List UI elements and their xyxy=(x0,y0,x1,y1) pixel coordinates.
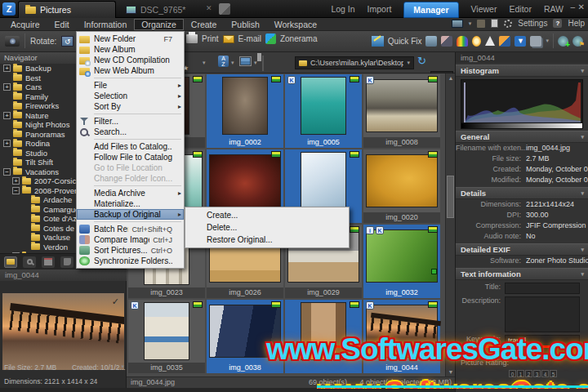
menu-item-synchronize-folders[interactable]: Synchronize Folders... xyxy=(77,256,184,266)
sort-az-icon[interactable]: AZ xyxy=(218,56,229,67)
submenu-item-restore-original[interactable]: Restore Original... xyxy=(185,234,349,246)
menu-item-new-cd-compilation[interactable]: New CD Compilation xyxy=(77,55,184,65)
page-icon[interactable] xyxy=(491,19,498,28)
thumbnail-img_0002[interactable]: img_0002 xyxy=(207,74,283,148)
chevron-down-icon[interactable]: ▾ xyxy=(254,60,257,66)
adjust-image-icon[interactable] xyxy=(499,36,510,47)
menu-item-compare-images[interactable]: Compare Images...Ctrl+J xyxy=(77,234,184,245)
tab-dsc-9765[interactable]: DSC_9765* xyxy=(119,1,219,18)
preview-image[interactable]: ✓ xyxy=(2,293,124,370)
menu-item-add-files-to-catalog[interactable]: Add Files to Catalog... xyxy=(77,141,184,152)
menu-item-sort-by[interactable]: Sort By▸ xyxy=(77,101,184,112)
mode-import[interactable]: Import xyxy=(368,4,392,14)
view-grid-icon[interactable] xyxy=(239,56,252,66)
email-icon[interactable] xyxy=(223,35,234,43)
submenu-item-delete[interactable]: Delete... xyxy=(185,221,349,234)
section-header-detailed-exif[interactable]: Detailed EXIF▾ xyxy=(456,243,588,256)
menu-create[interactable]: Create xyxy=(184,19,225,30)
thumbnail-img_0032[interactable]: iKimg_0032 xyxy=(363,225,440,298)
menu-organize[interactable]: Organize xyxy=(134,19,184,30)
menu-item-search[interactable]: Search... xyxy=(77,127,184,137)
thumbnail-img_0035[interactable]: Kimg_0035 xyxy=(128,300,205,373)
menu-item-batch-rename[interactable]: Batch Rename...Ctrl+Shift+Q xyxy=(77,224,184,234)
menu-item-materialize[interactable]: Materialize... xyxy=(77,198,184,209)
tab-pictures[interactable]: Pictures xyxy=(18,1,116,18)
chevron-down-icon[interactable]: ▾ xyxy=(546,38,549,44)
menu-item-new-folder[interactable]: New FolderF7 xyxy=(77,33,184,44)
print-button[interactable]: Print xyxy=(202,34,219,43)
gps-flag-icon[interactable] xyxy=(572,36,583,47)
thumbnail-img_0020[interactable]: img_0020 xyxy=(363,149,440,223)
menu-information[interactable]: Information xyxy=(77,19,135,30)
description-field[interactable] xyxy=(505,296,580,332)
chevron-down-icon[interactable]: ▾ xyxy=(203,60,206,66)
mode-viewer[interactable]: Viewer xyxy=(471,4,497,14)
section-header-details[interactable]: Details▾ xyxy=(456,187,588,199)
refresh-icon[interactable]: ↻ xyxy=(417,56,426,67)
bulb-lights-icon[interactable] xyxy=(472,36,481,47)
menu-item-file[interactable]: File▸ xyxy=(77,80,184,91)
gear-icon[interactable] xyxy=(504,20,512,28)
keywords-tab-icon[interactable] xyxy=(60,256,74,268)
menu-item-follow-file-to-catalog[interactable]: Follow File to Catalog xyxy=(77,152,184,163)
title-field[interactable] xyxy=(505,283,580,294)
help-button[interactable]: Help xyxy=(568,19,585,28)
gps-add-icon[interactable] xyxy=(558,36,568,47)
print-icon[interactable] xyxy=(186,34,198,43)
menu-item-new-web-album[interactable]: New Web Album xyxy=(77,65,184,76)
scrollbar-thumb[interactable] xyxy=(447,176,454,218)
sharpen-triangle-icon[interactable] xyxy=(485,36,495,46)
new-tab-icon[interactable] xyxy=(219,3,230,15)
quick-fix-icon[interactable] xyxy=(372,36,384,47)
mode-log-in[interactable]: Log In xyxy=(331,4,354,14)
folders-tab-icon[interactable] xyxy=(4,256,17,268)
zonerama-icon[interactable] xyxy=(265,33,276,44)
menu-edit[interactable]: Edit xyxy=(47,19,77,30)
menu-workspace[interactable]: Workspace xyxy=(267,19,324,30)
submenu-item-create[interactable]: Create... xyxy=(185,209,349,221)
thumbnail-img_0008[interactable]: Kimg_0008 xyxy=(363,74,440,148)
menu-item-media-archive[interactable]: Media Archive▸ xyxy=(77,188,184,198)
tag-icon[interactable] xyxy=(477,20,485,28)
chevron-down-icon[interactable]: ▾ xyxy=(407,60,410,66)
minimize-button[interactable]: – xyxy=(570,2,575,11)
expander-icon[interactable]: + xyxy=(3,112,11,119)
mode-editor[interactable]: Editor xyxy=(509,4,531,14)
close-button[interactable]: ✕ xyxy=(578,2,585,11)
section-header-text-information[interactable]: Text information ▾ xyxy=(456,268,588,280)
rotate-left-icon[interactable]: ↺ xyxy=(61,36,74,47)
camera-acquire-icon[interactable] xyxy=(5,36,20,47)
expander-icon[interactable]: + xyxy=(3,65,11,72)
search-tab-icon[interactable] xyxy=(23,256,36,268)
settings-button[interactable]: Settings xyxy=(518,19,547,28)
expander-icon[interactable]: + xyxy=(3,83,11,91)
chevron-down-icon[interactable]: ▾ xyxy=(469,20,472,27)
display-mode-icon[interactable] xyxy=(452,20,463,28)
menu-item-filter[interactable]: Filter... xyxy=(77,116,184,127)
export-icon[interactable]: ▼ xyxy=(514,36,526,47)
edit-brush-icon[interactable] xyxy=(441,36,452,47)
thumbnail-size-slider[interactable] xyxy=(262,56,264,71)
quick-fix-button[interactable]: Quick Fix xyxy=(388,37,422,46)
calendar-tab-icon[interactable] xyxy=(42,256,55,268)
menu-item-change-folder-icon[interactable]: Change Folder Icon... xyxy=(77,173,184,184)
menu-publish[interactable]: Publish xyxy=(224,19,266,30)
expander-icon[interactable]: + xyxy=(3,140,11,147)
grid-scrollbar[interactable]: ▲ ▼ xyxy=(445,74,455,376)
menu-item-new-album[interactable]: New Album xyxy=(77,44,184,55)
section-header-general[interactable]: General▾ xyxy=(456,131,588,143)
expander-icon[interactable]: + xyxy=(12,177,20,185)
mode-manager[interactable]: Manager xyxy=(403,2,458,18)
chevron-down-icon[interactable]: ▾ xyxy=(231,60,234,66)
panorama-icon[interactable] xyxy=(425,36,437,47)
menu-item-selection[interactable]: Selection▸ xyxy=(77,91,184,101)
chevron-down-icon[interactable]: ▾ xyxy=(121,363,124,370)
menu-item-sort-pictures[interactable]: Sort Pictures...Ctrl+O xyxy=(77,245,184,256)
zonerama-button[interactable]: Zonerama xyxy=(280,34,318,43)
tab-close-icon[interactable]: ✕ xyxy=(206,4,212,12)
path-box[interactable]: C:\Users\milan.kylar\Desktop\Pictu ▾ xyxy=(295,56,414,69)
expander-icon[interactable]: − xyxy=(12,187,20,194)
rainbow-colors-icon[interactable] xyxy=(457,36,468,47)
menu-item-backup-of-original[interactable]: Backup of Original▸ xyxy=(77,209,184,220)
menu-acquire[interactable]: Acquire xyxy=(3,19,47,30)
